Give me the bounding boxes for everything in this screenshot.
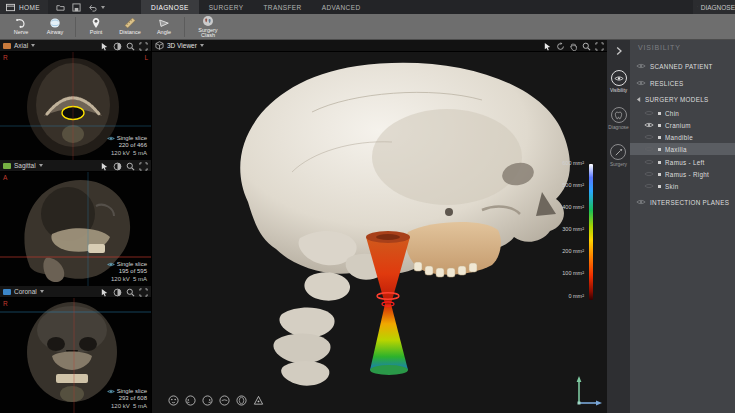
tab-transfer[interactable]: TRANSFER <box>253 0 311 14</box>
coronal-view: Coronal <box>0 286 151 413</box>
sagittal-dropdown-caret-icon[interactable] <box>39 164 43 167</box>
slice-eye-icon <box>107 389 115 394</box>
model-item-cranium[interactable]: Cranium <box>630 119 735 131</box>
distance-label: Distance <box>119 30 140 36</box>
tab-diagnose[interactable]: DIAGNOSE <box>141 0 199 14</box>
cursor-icon[interactable] <box>543 42 552 51</box>
eye-icon[interactable] <box>644 134 654 140</box>
tab-advanced[interactable]: ADVANCED <box>312 0 371 14</box>
cursor-icon[interactable] <box>100 42 109 51</box>
viewer-3d-dropdown-caret-icon[interactable] <box>200 44 204 47</box>
head-top-view-icon[interactable] <box>236 395 247 406</box>
point-tool-button[interactable]: Point <box>79 15 113 39</box>
zoom-icon[interactable] <box>126 288 135 297</box>
undo-icon[interactable] <box>88 3 97 12</box>
eye-icon[interactable] <box>644 171 654 177</box>
collapse-triangle-icon[interactable] <box>636 96 641 103</box>
panel-rail: Visibility Diagnose Surgery <box>607 40 630 413</box>
open-case-icon[interactable] <box>56 3 65 12</box>
eye-icon[interactable] <box>636 80 646 86</box>
colorbar-tick: 100 mm² <box>550 270 584 276</box>
axial-dropdown-caret-icon[interactable] <box>31 44 35 47</box>
head-right-view-icon[interactable] <box>202 395 213 406</box>
orbit-rotate-icon[interactable] <box>556 42 565 51</box>
eye-icon[interactable] <box>644 122 654 128</box>
head-back-view-icon[interactable] <box>219 395 230 406</box>
coronal-slice-info: Single slice 293 of 608 120 kV 5 mA <box>107 388 147 411</box>
coronal-view-header: Coronal <box>0 286 151 298</box>
fullscreen-icon[interactable] <box>139 42 148 51</box>
eye-icon[interactable] <box>636 63 646 69</box>
window-level-icon[interactable] <box>113 288 122 297</box>
airway-tool-button[interactable]: Airway <box>38 15 72 39</box>
coronal-plane-icon <box>3 289 11 295</box>
window-level-icon[interactable] <box>113 162 122 171</box>
cursor-icon[interactable] <box>100 162 109 171</box>
sidebar-item-intersection-planes[interactable]: INTERSECTION PLANES <box>630 196 735 208</box>
model-item-chin[interactable]: Chin <box>630 107 735 119</box>
visibility-eye-icon <box>611 70 627 86</box>
tab-surgery[interactable]: SURGERY <box>199 0 254 14</box>
rail-item-surgery[interactable]: Surgery <box>610 144 627 167</box>
zoom-icon[interactable] <box>126 162 135 171</box>
undo-dropdown-caret-icon[interactable] <box>101 6 105 9</box>
eye-icon[interactable] <box>644 183 654 189</box>
rail-label: Surgery <box>610 162 627 167</box>
model-item-maxilla[interactable]: Maxilla <box>630 143 735 155</box>
fullscreen-icon[interactable] <box>139 162 148 171</box>
head-left-view-icon[interactable] <box>185 395 196 406</box>
eye-icon[interactable] <box>644 110 654 116</box>
axial-slice-image[interactable]: R L Single slice 220 of 466 120 kV 5 mA <box>0 52 151 160</box>
save-icon[interactable] <box>72 3 81 12</box>
angle-tool-button[interactable]: Angle <box>147 15 181 39</box>
sagittal-view-title[interactable]: Sagittal <box>14 162 36 169</box>
zoom-icon[interactable] <box>582 42 591 51</box>
viewer-3d-header: 3D Viewer <box>152 40 607 52</box>
head-front-view-icon[interactable] <box>168 395 179 406</box>
model-label: Maxilla <box>665 146 687 153</box>
eye-icon[interactable] <box>644 146 654 152</box>
scene-3d-canvas[interactable]: 600 mm² 500 mm² 400 mm² 300 mm² 200 mm² … <box>152 52 607 413</box>
sidebar-item-surgery-models[interactable]: SURGERY MODELS <box>630 93 735 105</box>
nerve-tool-button[interactable]: Nerve <box>4 15 38 39</box>
model-item-skin[interactable]: Skin <box>630 180 735 192</box>
toolbar-separator <box>75 17 76 37</box>
application-window: HOME DIAGNOSE SURGERY TRANSFER ADVANCED … <box>0 0 735 413</box>
sidebar-item-scanned-patient[interactable]: SCANNED PATIENT <box>630 60 735 72</box>
model-item-mandible[interactable]: Mandible <box>630 131 735 143</box>
coronal-slice-image[interactable]: R Single slice 293 of 608 120 kV 5 mA <box>0 298 151 413</box>
window-level-icon[interactable] <box>113 42 122 51</box>
coronal-dropdown-caret-icon[interactable] <box>40 290 44 293</box>
home-button[interactable]: HOME <box>0 0 48 14</box>
cursor-icon[interactable] <box>100 288 109 297</box>
axial-view-header: Axial <box>0 40 151 52</box>
visibility-panel: VISIBILITY SCANNED PATIENT RESLICES SURG… <box>630 40 735 413</box>
pan-hand-icon[interactable] <box>569 42 578 51</box>
sagittal-slice-image[interactable]: A Single slice 195 of 595 120 kV 5 mA <box>0 172 151 286</box>
point-label: Point <box>90 30 103 36</box>
colorbar-gradient <box>589 164 593 300</box>
distance-tool-button[interactable]: Distance <box>113 15 147 39</box>
slice-mode: Single slice <box>117 135 147 143</box>
model-item-ramus-right[interactable]: Ramus - Right <box>630 168 735 180</box>
perspective-view-icon[interactable] <box>253 395 264 406</box>
fullscreen-icon[interactable] <box>595 42 604 51</box>
viewer-3d-title[interactable]: 3D Viewer <box>167 42 197 49</box>
fullscreen-icon[interactable] <box>139 288 148 297</box>
slice-eye-icon <box>107 262 115 267</box>
eye-icon[interactable] <box>644 159 654 165</box>
surgery-clash-tool-button[interactable]: Surgery Clash <box>188 15 228 39</box>
eye-icon[interactable] <box>636 199 646 205</box>
model-label: Ramus - Left <box>665 159 705 166</box>
axial-view-title[interactable]: Axial <box>14 42 28 49</box>
coronal-view-title[interactable]: Coronal <box>14 288 37 295</box>
rail-item-visibility[interactable]: Visibility <box>610 70 627 93</box>
model-item-ramus-left[interactable]: Ramus - Left <box>630 156 735 168</box>
sidebar-item-reslices[interactable]: RESLICES <box>630 77 735 89</box>
rail-item-diagnose[interactable]: Diagnose <box>608 107 628 130</box>
collapse-panel-chevron-icon[interactable] <box>615 46 623 56</box>
orientation-marker-anterior: A <box>3 174 7 181</box>
zoom-icon[interactable] <box>126 42 135 51</box>
sidebar-item-label: INTERSECTION PLANES <box>650 199 729 206</box>
quick-access-toolbar <box>48 0 113 14</box>
